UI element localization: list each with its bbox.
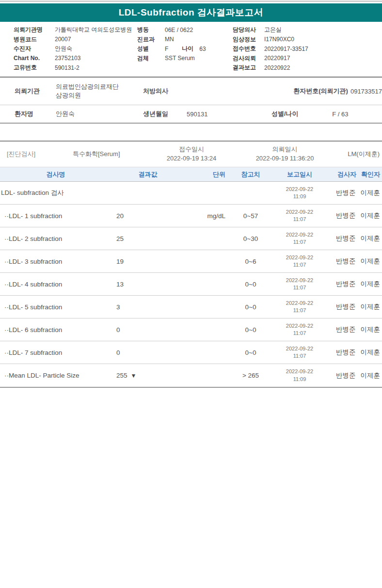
info-value: 06E / 0622	[165, 27, 193, 33]
result-value: 255	[116, 372, 127, 379]
test-name-cell: ··LDL- 4 subfraction	[0, 281, 111, 288]
test-meta-row: [진단검사] 특수화학[Serum] 접수일시 2022-09-19 13:24…	[0, 142, 382, 167]
tester-name: 반병준	[336, 234, 356, 243]
test-name-cell: LDL- subfraction 검사	[0, 189, 111, 197]
report-date: 2022-09-22	[286, 209, 313, 215]
report-date: 2022-09-22	[286, 368, 313, 374]
result-value: 0	[116, 349, 120, 356]
lab-signature: LM(이제훈)	[330, 150, 382, 159]
tester-name: 반병준	[336, 348, 356, 357]
column-header-result: 결과값	[111, 170, 184, 179]
info-row: 검체 SST Serum	[137, 54, 206, 64]
result-value: 3	[116, 303, 120, 311]
info-value: 20220917	[264, 55, 290, 62]
info-value: 안원숙	[55, 45, 72, 53]
report-time: 11:07	[293, 307, 306, 313]
report-date: 2022-09-22	[286, 323, 313, 329]
info-label: 수진자	[14, 45, 55, 53]
agency-value: 의료법인삼광의료재단 삼광의원	[56, 82, 143, 99]
table-row: ··LDL- 3 subfraction 19 0~6 2022-09-22 1…	[0, 250, 382, 273]
result-cell: 0	[111, 326, 184, 334]
info-label: 진료과	[137, 35, 165, 44]
column-header-reference: 참고치	[225, 170, 269, 179]
test-name-cell: ··LDL- 3 subfraction	[0, 258, 111, 265]
column-header-staff: 검사자 확인자	[326, 170, 382, 179]
result-cell: 0	[111, 349, 184, 356]
patient-number-value: 091733517	[350, 88, 382, 95]
patient-number-label: 환자번호(의뢰기관)	[293, 87, 348, 95]
info-row: 병동 06E / 0622	[137, 25, 206, 35]
reference-cell: 0~0	[225, 303, 269, 311]
agency-label: 의뢰기관	[15, 87, 56, 95]
agency-line2: 삼광의원	[56, 92, 81, 99]
info-column-right: 담당의사 고은실 임상정보 I17N90XC0 접수번호 20220917-33…	[233, 25, 308, 73]
test-department: 특수화학[Serum]	[73, 150, 136, 159]
verifier-name: 이제훈	[361, 280, 381, 288]
report-datetime-cell: 2022-09-22 11:07	[269, 254, 326, 269]
report-title-bar: LDL-Subfraction 검사결과보고서	[0, 3, 382, 22]
info-row: 고유번호 590131-2	[14, 63, 132, 73]
tester-name: 반병준	[336, 257, 356, 266]
info-label: 검체	[137, 54, 165, 63]
birth-date-value: 590131	[187, 111, 271, 118]
info-row: 의뢰기관명 가톨릭대학교 여의도성모병원	[14, 25, 132, 35]
result-value: 19	[116, 258, 124, 265]
birth-date-label: 생년월일	[143, 110, 187, 118]
report-time: 11:07	[293, 330, 306, 336]
received-label: 접수일시	[179, 145, 204, 153]
table-row: ··LDL- 2 subfraction 25 0~30 2022-09-22 …	[0, 227, 382, 250]
verifier-name: 이제훈	[361, 302, 381, 311]
info-label: 담당의사	[233, 26, 264, 34]
report-time: 11:09	[293, 193, 306, 199]
report-time: 11:07	[293, 262, 306, 268]
report-page: LDL-Subfraction 검사결과보고서 의뢰기관명 가톨릭대학교 여의도…	[0, 0, 382, 588]
info-value: I17N90XC0	[264, 36, 294, 43]
report-datetime-cell: 2022-09-22 11:07	[269, 277, 326, 292]
table-row: ··LDL- 5 subfraction 3 0~0 2022-09-22 11…	[0, 296, 382, 318]
info-column-middle: 병동 06E / 0622 진료과 MN 성별 F 나이 63 검체 SST S…	[137, 25, 206, 63]
age-value: 63	[199, 46, 206, 52]
info-column-left: 의뢰기관명 가톨릭대학교 여의도성모병원 병원코드 20007 수진자 안원숙 …	[14, 25, 132, 73]
staff-cell: 반병준 이제훈	[326, 348, 382, 357]
info-value: 20220917-33517	[264, 46, 308, 52]
info-value: 고은실	[264, 26, 282, 34]
physician-label: 처방의사	[143, 87, 187, 95]
info-value: 20007	[55, 36, 71, 43]
info-value: MN	[165, 36, 174, 43]
agency-line1: 의료법인삼광의료재단	[56, 83, 119, 90]
sex-age-label: 성별/나이	[271, 110, 299, 118]
info-row: 검사의뢰 20220917	[233, 54, 308, 64]
report-datetime-cell: 2022-09-22 11:09	[269, 186, 326, 201]
info-value: 가톨릭대학교 여의도성모병원	[55, 26, 132, 34]
result-cell: 25	[111, 235, 184, 242]
verifier-name: 이제훈	[361, 371, 381, 380]
info-label: 검사의뢰	[233, 54, 264, 63]
result-cell: 20	[111, 212, 184, 220]
info-label: 결과보고	[233, 64, 264, 72]
info-label: 접수번호	[233, 45, 264, 53]
info-value: 20220922	[264, 64, 290, 71]
report-date: 2022-09-22	[286, 277, 313, 283]
result-cell: 13	[111, 281, 184, 288]
info-label: 성별	[137, 45, 165, 53]
info-value: 590131-2	[55, 64, 80, 71]
tester-name: 반병준	[336, 280, 356, 288]
table-row: LDL- subfraction 검사 2022-09-22 11:09 반병준…	[0, 182, 382, 205]
result-value: 25	[116, 235, 124, 242]
requested-label: 의뢰일시	[272, 145, 298, 153]
table-row: ··LDL- 1 subfraction 20 mg/dL 0~57 2022-…	[0, 205, 382, 227]
info-row: 병원코드 20007	[14, 35, 132, 45]
patient-info-section: 의뢰기관명 가톨릭대학교 여의도성모병원 병원코드 20007 수진자 안원숙 …	[0, 22, 382, 74]
info-value: 23752103	[55, 55, 80, 62]
requested-value: 2022-09-19 11:36:20	[256, 155, 314, 162]
table-row: ··LDL- 6 subfraction 0 0~0 2022-09-22 11…	[0, 318, 382, 341]
info-label: 병동	[137, 26, 165, 34]
staff-cell: 반병준 이제훈	[326, 280, 382, 288]
verifier-name: 이제훈	[361, 257, 381, 266]
report-datetime-cell: 2022-09-22 11:07	[269, 345, 326, 360]
verifier-name: 이제훈	[361, 234, 381, 243]
report-datetime-cell: 2022-09-22 11:07	[269, 300, 326, 315]
patient-name-label: 환자명	[15, 110, 56, 118]
staff-cell: 반병준 이제훈	[326, 234, 382, 243]
info-row: Chart No. 23752103	[14, 54, 132, 64]
